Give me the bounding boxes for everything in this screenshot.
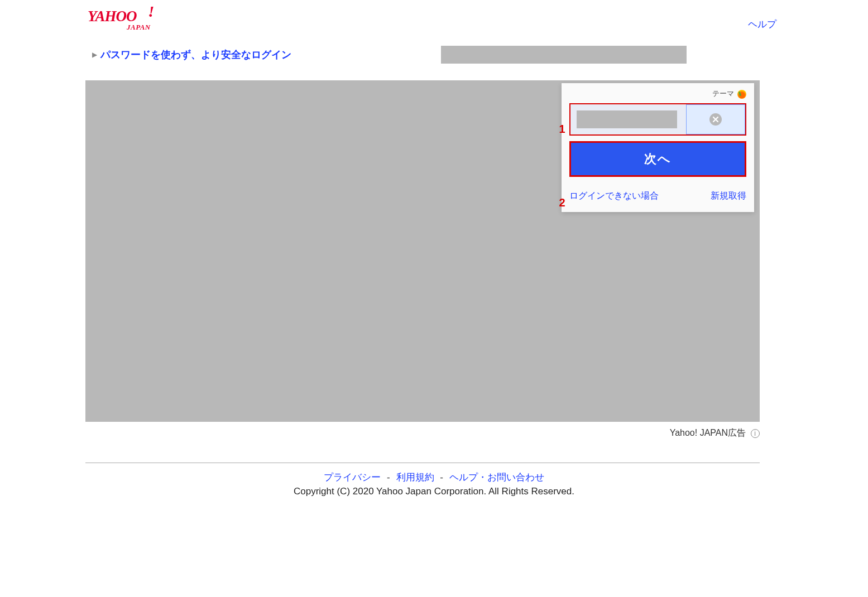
svg-text:!: ! xyxy=(148,7,155,20)
passwordless-login-promo-link[interactable]: パスワードを使わず、より安全なログイン xyxy=(100,48,291,61)
redacted-id-value xyxy=(577,110,677,128)
separator: - xyxy=(387,472,390,483)
redacted-banner xyxy=(441,46,687,64)
annotation-step-2: 2 xyxy=(559,196,565,209)
ad-label: Yahoo! JAPAN広告 xyxy=(670,428,746,437)
help-link[interactable]: ヘルプ xyxy=(748,18,776,31)
footer-divider xyxy=(85,463,760,463)
cannot-login-link[interactable]: ログインできない場合 xyxy=(569,190,659,202)
footer-links: プライバシー - 利用規約 - ヘルプ・お問い合わせ xyxy=(85,471,783,484)
login-id-input[interactable] xyxy=(570,104,686,134)
svg-text:YAHOO: YAHOO xyxy=(88,8,137,25)
theme-label: テーマ xyxy=(712,89,734,98)
terms-link[interactable]: 利用規約 xyxy=(396,472,434,483)
ad-info-icon[interactable]: i xyxy=(751,429,760,438)
clear-input-button[interactable] xyxy=(686,104,745,134)
privacy-link[interactable]: プライバシー xyxy=(324,472,381,483)
theme-icon[interactable] xyxy=(737,90,746,99)
svg-text:JAPAN: JAPAN xyxy=(126,23,151,31)
separator: - xyxy=(440,472,443,483)
main-hero-area: テーマ 1 2 次へ xyxy=(85,80,760,422)
clear-x-icon xyxy=(709,113,722,126)
chevron-right-icon: ▶ xyxy=(92,51,97,59)
new-register-link[interactable]: 新規取得 xyxy=(711,190,746,202)
help-contact-link[interactable]: ヘルプ・お問い合わせ xyxy=(449,472,544,483)
copyright-text: Copyright (C) 2020 Yahoo Japan Corporati… xyxy=(85,486,783,497)
login-card: テーマ 1 2 次へ xyxy=(562,83,754,212)
annotation-step-1: 1 xyxy=(559,123,565,136)
yahoo-japan-logo[interactable]: YAHOO ! JAPAN xyxy=(88,7,188,35)
login-id-row xyxy=(569,103,746,136)
next-button[interactable]: 次へ xyxy=(571,143,745,175)
